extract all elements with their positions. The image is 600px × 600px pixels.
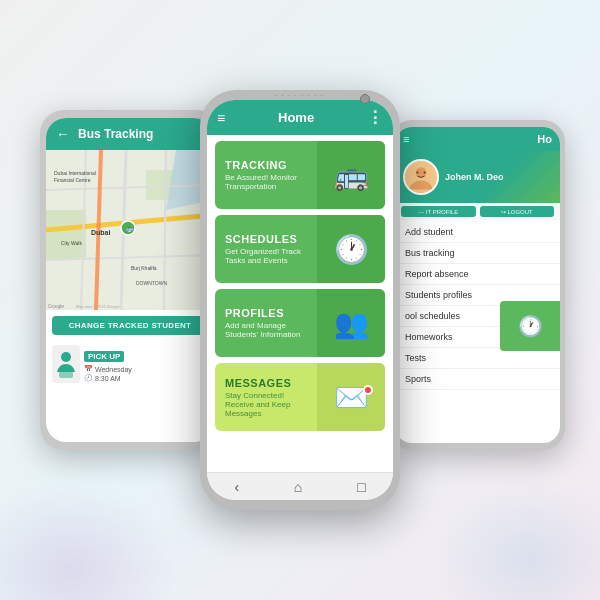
left-phone-screen: ← Bus Tracking — [46, 118, 214, 442]
sidebar-item-tests[interactable]: Tests — [395, 348, 560, 369]
profile-section: Johen M. Deo — [395, 151, 560, 203]
svg-point-13 — [61, 352, 71, 362]
svg-rect-14 — [59, 370, 73, 378]
svg-point-17 — [416, 171, 418, 173]
right-phone-title: Ho — [537, 133, 552, 145]
avatar — [403, 159, 439, 195]
edit-profile-button[interactable]: ⋯ IT PROFILE — [401, 206, 476, 217]
home-nav-button[interactable]: ⌂ — [294, 479, 302, 495]
schedules-card[interactable]: SCHEDULES Get Organized! Track Tasks and… — [215, 215, 385, 283]
back-arrow-icon[interactable]: ← — [56, 126, 70, 142]
pickup-time: 🕗 8:30 AM — [84, 374, 208, 382]
center-phone-title: Home — [278, 110, 314, 125]
right-hamburger-icon[interactable]: ≡ — [403, 133, 409, 145]
left-phone-header: ← Bus Tracking — [46, 118, 214, 150]
profiles-card-icon: 👥 — [317, 289, 385, 357]
profiles-card-text: PROFILES Add and Manage Students' Inform… — [215, 299, 317, 347]
svg-rect-1 — [46, 210, 86, 260]
sidebar-item-add-student[interactable]: Add student — [395, 222, 560, 243]
profile-actions: ⋯ IT PROFILE ↪ LOGOUT — [395, 203, 560, 220]
sidebar-item-sports[interactable]: Sports — [395, 369, 560, 390]
map-svg: Dubai International Financial Centre Cit… — [46, 150, 214, 310]
svg-text:Google: Google — [48, 303, 64, 309]
back-nav-button[interactable]: ‹ — [234, 479, 239, 495]
partial-schedule-card: 🕐 — [500, 301, 560, 351]
tracking-card-text: TRACKING Be Assured! Monitor Transportat… — [215, 151, 317, 199]
record-indicator — [363, 385, 373, 395]
student-icon — [55, 350, 77, 378]
center-phone-screen: ≡ Home ⋮ TRACKING Be Assured! Monitor Tr… — [207, 100, 393, 500]
hamburger-icon[interactable]: ≡ — [217, 110, 225, 126]
schedules-card-text: SCHEDULES Get Organized! Track Tasks and… — [215, 225, 317, 273]
right-phone-screen: ≡ Ho Johen M. Deo — [395, 127, 560, 443]
center-phone-header: ≡ Home ⋮ — [207, 100, 393, 135]
pickup-day: 📅 Wednesday — [84, 365, 208, 373]
bottom-navigation: ‹ ⌂ □ — [207, 472, 393, 500]
schedules-card-icon: 🕐 — [317, 215, 385, 283]
logout-button[interactable]: ↪ LOGOUT — [480, 206, 555, 217]
center-phone: ≡ Home ⋮ TRACKING Be Assured! Monitor Tr… — [200, 90, 400, 510]
tracking-card-subtitle: Be Assured! Monitor Transportation — [225, 173, 307, 191]
profile-name: Johen M. Deo — [445, 172, 504, 182]
messages-card-title: MESSAGES — [225, 377, 307, 389]
calendar-icon: 📅 — [84, 365, 93, 373]
avatar-svg — [405, 159, 437, 195]
tracking-card-title: TRACKING — [225, 159, 307, 171]
left-phone: ← Bus Tracking — [40, 110, 220, 450]
svg-text:🚌: 🚌 — [125, 224, 134, 233]
svg-text:Map data ©2016 Google: Map data ©2016 Google — [76, 304, 120, 309]
messages-card-icon: ✉️ — [317, 363, 385, 431]
change-tracked-student-button[interactable]: CHANGE TRACKED STUDENT — [52, 316, 208, 335]
pickup-title: PICK UP — [84, 351, 124, 362]
tracking-card[interactable]: TRACKING Be Assured! Monitor Transportat… — [215, 141, 385, 209]
svg-text:DOWNTOWN: DOWNTOWN — [136, 280, 167, 286]
student-icon-box — [52, 345, 80, 383]
messages-card-subtitle: Stay Connected! Receive and Keep Message… — [225, 391, 307, 418]
clock-icon: 🕗 — [84, 374, 93, 382]
messages-card-text: MESSAGES Stay Connected! Receive and Kee… — [215, 369, 317, 426]
svg-text:City Walk: City Walk — [61, 240, 82, 246]
more-options-icon[interactable]: ⋮ — [367, 108, 383, 127]
map-area[interactable]: Dubai International Financial Centre Cit… — [46, 150, 214, 310]
messages-card[interactable]: MESSAGES Stay Connected! Receive and Kee… — [215, 363, 385, 431]
right-phone-header: ≡ Ho — [395, 127, 560, 151]
recent-nav-button[interactable]: □ — [357, 479, 365, 495]
pickup-section: PICK UP 📅 Wednesday 🕗 8:30 AM — [46, 341, 214, 387]
svg-point-18 — [423, 171, 425, 173]
svg-text:Dubai: Dubai — [91, 229, 111, 236]
profiles-card-subtitle: Add and Manage Students' Information — [225, 321, 307, 339]
tracking-card-icon: 🚌 — [317, 141, 385, 209]
phones-container: ← Bus Tracking — [20, 30, 580, 570]
schedules-card-subtitle: Get Organized! Track Tasks and Events — [225, 247, 307, 265]
right-phone: ≡ Ho Johen M. Deo — [390, 120, 565, 450]
sidebar-item-bus-tracking[interactable]: Bus tracking — [395, 243, 560, 264]
pickup-info: PICK UP 📅 Wednesday 🕗 8:30 AM — [84, 345, 208, 382]
left-phone-title: Bus Tracking — [78, 127, 153, 141]
svg-text:Dubai International: Dubai International — [54, 170, 96, 176]
profiles-card[interactable]: PROFILES Add and Manage Students' Inform… — [215, 289, 385, 357]
schedules-card-title: SCHEDULES — [225, 233, 307, 245]
svg-text:Burj Khalifa: Burj Khalifa — [131, 265, 157, 271]
sidebar-item-report-absence[interactable]: Report absence — [395, 264, 560, 285]
svg-text:Financial Centre: Financial Centre — [54, 177, 91, 183]
profiles-card-title: PROFILES — [225, 307, 307, 319]
